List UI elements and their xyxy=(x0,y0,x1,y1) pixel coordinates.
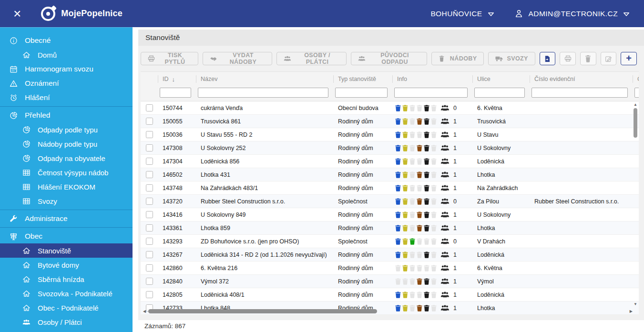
sidebar-item-osoby-platci[interactable]: Osoby / Plátci xyxy=(0,315,133,329)
user-menu[interactable]: ADMIN@TECTRONIK.CZ xyxy=(514,9,630,18)
cell-name: Loděnická 314 - RD 2 (od 1.1.2026 nevyuž… xyxy=(196,248,333,261)
cell-id: 143416 xyxy=(158,208,196,221)
filter-info-input[interactable] xyxy=(394,88,468,98)
bin-brown-icon xyxy=(417,211,422,218)
column-header-typ-stanoviste[interactable]: Typ stanoviště xyxy=(333,72,392,86)
sidebar-item-nadoby-podle-typu[interactable]: Nádoby podle typu xyxy=(0,137,133,151)
scroll-left-icon[interactable]: ◀ xyxy=(143,309,146,313)
edit-button[interactable] xyxy=(601,52,617,65)
sidebar-item-domu[interactable]: Domů xyxy=(0,48,133,62)
sidebar-item-hlaseni-ekokom[interactable]: Hlášení EKOKOM xyxy=(0,180,133,194)
filter-c-input[interactable] xyxy=(634,88,639,98)
column-label: Název xyxy=(201,76,217,82)
filter-ulice-input[interactable] xyxy=(474,88,525,98)
horizontal-scrollbar-thumb[interactable] xyxy=(148,309,377,313)
row-checkbox[interactable] xyxy=(146,211,153,218)
filter-typ-stanoviste-input[interactable] xyxy=(335,88,388,98)
table-row[interactable]: 142805Loděnická 408/1Rodinný dům1Loděnic… xyxy=(141,288,639,302)
close-icon[interactable]: × xyxy=(13,7,21,20)
print-button[interactable] xyxy=(560,52,576,65)
row-checkbox[interactable] xyxy=(146,158,153,165)
sidebar-item-svozy[interactable]: Svozy xyxy=(0,194,133,208)
column-header-id[interactable]: ID↓ xyxy=(158,72,196,86)
table-row[interactable]: 1428606. Května 216Rodinný dům16. Května xyxy=(141,262,639,275)
sidebar-item-odpady-na-obyvatele[interactable]: Odpady na obyvatele xyxy=(0,151,133,165)
puvodci-odpadu-button[interactable]: PŮVODCI ODPADU xyxy=(351,52,427,65)
row-checkbox[interactable] xyxy=(146,238,153,245)
sidebar-item-sberna-hnizda[interactable]: Sběrná hnízda xyxy=(0,272,133,286)
sidebar-item-hlaseni[interactable]: Hlášení xyxy=(0,91,133,105)
table-row[interactable]: 146502Lhotka 431Rodinný dům1Lhotka xyxy=(141,168,639,181)
column-header-c[interactable]: Č xyxy=(633,72,639,86)
sidebar-item-oznameni[interactable]: Oznámení xyxy=(0,76,133,91)
sidebar-item-obecne[interactable]: Obecné xyxy=(0,33,133,48)
table-row[interactable]: 147308U Sokolovny 252Rodinný dům1U Sokol… xyxy=(141,141,639,155)
filter-id-input[interactable] xyxy=(160,88,191,98)
sidebar-item-administrace[interactable]: Administrace xyxy=(0,211,133,226)
filter-cislo-evidencni-input[interactable] xyxy=(532,88,628,98)
row-checkbox[interactable] xyxy=(146,264,153,272)
tisk-pytlu-button[interactable]: TISK PYTLŮ xyxy=(141,52,198,65)
row-checkbox[interactable] xyxy=(146,224,153,231)
table-row[interactable]: 143293ZD Bohuňovice s.r.o. (jen pro OHSO… xyxy=(141,235,639,248)
vertical-scrollbar-thumb[interactable] xyxy=(634,108,637,138)
sidebar-item-odpady-podle-typu[interactable]: Odpady podle typu xyxy=(0,122,133,137)
cell-type: Rodinný dům xyxy=(333,155,392,168)
table-row[interactable]: 143361Lhotka 859Rodinný dům1Lhotka xyxy=(141,221,639,235)
cell-street: V Drahách xyxy=(472,235,530,248)
table-row[interactable]: 147304Loděnická 856Rodinný dům1Loděnická xyxy=(141,155,639,168)
column-header-ulice[interactable]: Ulice xyxy=(472,72,530,86)
table-row[interactable]: 143267Loděnická 314 - RD 2 (od 1.1.2026 … xyxy=(141,248,639,262)
home-icon xyxy=(22,275,31,283)
column-header-cislo-evidencni[interactable]: Číslo evidenční xyxy=(530,72,633,86)
bin-blue-icon xyxy=(395,211,401,218)
cell-info: 1 xyxy=(392,155,472,168)
add-button[interactable]: + xyxy=(621,52,637,65)
filter-nazev-input[interactable] xyxy=(198,88,328,98)
scroll-right-icon[interactable]: ▶ xyxy=(630,309,633,313)
row-checkbox[interactable] xyxy=(146,104,153,111)
sidebar-item-obec-podnikatele[interactable]: Obec - Podnikatelé xyxy=(0,301,133,315)
row-checkbox[interactable] xyxy=(146,198,153,205)
table-row[interactable]: 143720Rubber Steel Construction s.r.o.Sp… xyxy=(141,195,639,208)
vydat-nadoby-button[interactable]: VYDAT NÁDOBY xyxy=(203,52,272,65)
sidebar-item-harmonogram-svozu[interactable]: Harmonogram svozu xyxy=(0,62,133,76)
export-button[interactable] xyxy=(540,52,556,65)
bin-off-icon xyxy=(409,252,415,258)
sidebar-item-obec[interactable]: Obec xyxy=(0,229,133,243)
sidebar-item-stanoviste[interactable]: Stanoviště xyxy=(0,243,133,258)
trash-icon xyxy=(439,55,446,62)
nadoby-button[interactable]: NÁDOBY xyxy=(431,52,484,65)
svozy-button[interactable]: SVOZY xyxy=(488,52,535,65)
vertical-scrollbar[interactable]: ▲ ▼ xyxy=(633,102,638,306)
cell-street: U Sokolovny xyxy=(472,208,530,221)
table-row[interactable]: 150055Trusovická 861Rodinný dům1Trusovic… xyxy=(141,115,639,128)
row-checkbox[interactable] xyxy=(146,278,153,285)
scroll-up-icon[interactable]: ▲ xyxy=(633,102,638,107)
row-checkbox[interactable] xyxy=(146,291,153,298)
sidebar-item-prehled[interactable]: Přehled xyxy=(0,108,133,122)
osoby-platci-button[interactable]: OSOBY / PLÁTCI xyxy=(276,52,347,65)
sidebar-item-bytove-domy[interactable]: Bytové domy xyxy=(0,258,133,272)
row-checkbox[interactable] xyxy=(146,144,153,151)
table-row[interactable]: 142840Výmol 372Rodinný dům1Výmol xyxy=(141,275,639,288)
scroll-down-icon[interactable]: ▼ xyxy=(633,302,638,306)
bin-yellow-icon xyxy=(402,145,408,151)
delete-button[interactable] xyxy=(580,52,596,65)
table-row[interactable]: 150036U Stavu 555 - RD 2Rodinný dům1U St… xyxy=(141,128,639,141)
row-checkbox[interactable] xyxy=(146,184,153,191)
sidebar-item-svozovka-podnikatele[interactable]: Svozovka - Podnikatelé xyxy=(0,286,133,301)
row-checkbox[interactable] xyxy=(146,251,153,258)
table-row[interactable]: 143416U Sokolovny 849Rodinný dům1U Sokol… xyxy=(141,208,639,221)
sidebar-item-cetnost-vysypu-nadob[interactable]: Četnost výsypu nádob xyxy=(0,165,133,180)
column-header-nazev[interactable]: Název xyxy=(196,72,333,86)
row-checkbox[interactable] xyxy=(146,118,153,125)
column-header-info[interactable]: Info xyxy=(392,72,472,86)
table-row[interactable]: 150744cukrárna VenďaObecní budova06. Kvě… xyxy=(141,101,639,115)
row-checkbox[interactable] xyxy=(146,131,153,138)
cell-street: Výmol xyxy=(472,275,530,288)
municipality-selector[interactable]: BOHUŇOVICE xyxy=(430,10,494,18)
table-row[interactable]: 143748Na Zahrádkách 483/1Rodinný dům1Na … xyxy=(141,181,639,195)
horizontal-scrollbar[interactable]: ◀ ▶ xyxy=(143,309,627,313)
row-checkbox[interactable] xyxy=(146,171,153,178)
